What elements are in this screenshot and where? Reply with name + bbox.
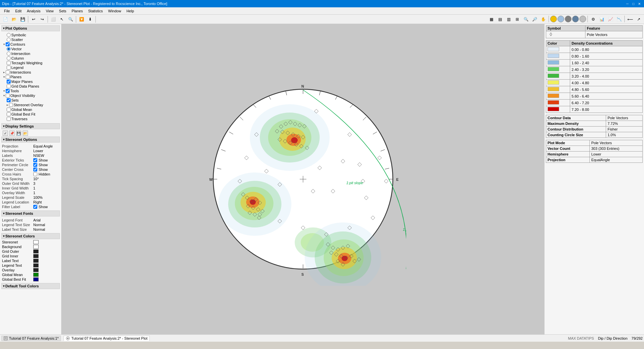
stereonet-color-box[interactable] — [33, 240, 39, 244]
planes-checkbox[interactable] — [6, 75, 10, 79]
toolbar-cursor[interactable]: ↖ — [58, 16, 66, 23]
maximize-button[interactable]: □ — [631, 1, 636, 6]
toolbar-redo[interactable]: ↪ — [38, 16, 46, 23]
toolbar-zoom-out[interactable]: 🔎 — [531, 16, 539, 23]
global-mean-color-box[interactable] — [33, 273, 39, 277]
object-visibility-item[interactable]: ▾ Object Visibility — [3, 93, 59, 98]
toolbar-filter[interactable]: 🔽 — [78, 16, 85, 23]
contours-checkbox[interactable] — [6, 42, 10, 46]
grid-outer-color-box[interactable] — [33, 249, 39, 253]
intersection-item[interactable]: Intersection — [3, 51, 59, 56]
toolbar-zoom-window[interactable]: 🔍 — [67, 16, 75, 23]
toolbar-extra1[interactable]: ⟵ — [626, 16, 634, 23]
toolbar-color5[interactable] — [579, 16, 586, 22]
grid-data-planes-checkbox[interactable] — [7, 84, 11, 88]
toolbar-settings2[interactable]: 📊 — [598, 16, 606, 23]
column-radio[interactable] — [7, 56, 11, 60]
legend-text-color-box[interactable] — [33, 263, 39, 267]
toolbar-color3[interactable] — [565, 16, 571, 22]
stereonet-overlay-checkbox[interactable] — [9, 103, 13, 107]
menu-edit[interactable]: Edit — [13, 8, 24, 14]
terzaghi-checkbox[interactable] — [7, 61, 11, 65]
toolbar-zoom-in[interactable]: 🔍 — [522, 16, 530, 23]
ds-load-btn[interactable]: 📂 — [23, 131, 28, 136]
global-best-fit-checkbox[interactable] — [7, 112, 11, 116]
menu-sets[interactable]: Sets — [56, 8, 69, 14]
traverses-item[interactable]: Traverses — [3, 117, 59, 121]
toolbar-pan[interactable]: ✋ — [539, 16, 547, 23]
symbolic-radio[interactable] — [7, 33, 11, 37]
traverses-checkbox[interactable] — [7, 117, 11, 121]
menu-help[interactable]: Help — [124, 8, 137, 14]
menu-planes[interactable]: Planes — [69, 8, 85, 14]
object-visibility-checkbox[interactable] — [6, 94, 10, 98]
toolbar-new[interactable]: 📄 — [1, 16, 9, 23]
ds-pin-btn[interactable]: 📌 — [9, 131, 15, 136]
vector-item[interactable]: Vector — [3, 47, 59, 51]
terzaghi-item[interactable]: Terzaghi Weighting — [3, 61, 59, 65]
scatter-radio[interactable] — [7, 38, 11, 42]
menu-view[interactable]: View — [43, 8, 57, 14]
menu-analysis[interactable]: Analysis — [24, 8, 43, 14]
default-tool-colors-section[interactable]: ▾ Default Tool Colors — [1, 283, 60, 289]
toolbar-settings4[interactable]: 📉 — [615, 16, 623, 23]
ds-check-btn[interactable]: ✓ — [3, 131, 8, 136]
sets-checkbox[interactable] — [7, 98, 11, 102]
tools-checkbox[interactable] — [6, 89, 10, 93]
exterior-ticks-checkbox[interactable] — [33, 158, 37, 162]
intersections-item[interactable]: ▸ Intersections — [3, 70, 59, 75]
overlay-color-box[interactable] — [33, 268, 39, 272]
display-settings-section[interactable]: ▾ Display Settings — [1, 123, 60, 129]
tab-tutorial1[interactable]: Tutorial 07 Feature Analysis:1* — [1, 336, 61, 341]
center-cross-checkbox[interactable] — [33, 168, 37, 172]
planes-item[interactable]: ▾ Planes — [3, 75, 59, 79]
intersections-checkbox[interactable] — [6, 70, 10, 74]
stereonet-overlay-item[interactable]: ▸ Stereonet Overlay — [3, 103, 59, 107]
grid-inner-color-box[interactable] — [33, 254, 39, 258]
global-best-fit-color-box[interactable] — [33, 277, 39, 281]
sets-item[interactable]: Sets — [3, 98, 59, 103]
toolbar-open[interactable]: 📂 — [10, 16, 18, 23]
legend-checkbox[interactable] — [7, 66, 11, 70]
menu-statistics[interactable]: Statistics — [85, 8, 105, 14]
menu-window[interactable]: Window — [105, 8, 124, 14]
cross-hairs-checkbox[interactable] — [33, 172, 37, 176]
global-mean-item[interactable]: Global Mean — [3, 107, 59, 112]
minimize-button[interactable]: ─ — [625, 1, 630, 6]
toolbar-settings1[interactable]: ⚙ — [589, 16, 597, 23]
global-mean-checkbox[interactable] — [7, 108, 11, 112]
intersection-radio[interactable] — [7, 52, 11, 56]
symbolic-item[interactable]: Symbolic — [3, 33, 59, 37]
toolbar-zoom-fit[interactable]: ⊞ — [513, 16, 521, 23]
toolbar-color2[interactable] — [558, 16, 564, 22]
toolbar-undo[interactable]: ↩ — [30, 16, 38, 23]
plot-options-section[interactable]: ▾ Plot Options — [1, 25, 60, 31]
stereonet-options-section[interactable]: ▾ Stereonet Options — [1, 137, 60, 143]
column-item[interactable]: Column — [3, 56, 59, 61]
toolbar-layout[interactable]: ▤ — [496, 16, 504, 23]
label-text-color-box[interactable] — [33, 259, 39, 263]
close-button[interactable]: ✕ — [637, 1, 642, 6]
background-color-box[interactable] — [33, 245, 39, 249]
menu-file[interactable]: File — [1, 8, 13, 14]
toolbar-settings3[interactable]: 📈 — [606, 16, 614, 23]
toolbar-layout2[interactable]: ▥ — [505, 16, 513, 23]
stereonet-colors-section[interactable]: ▾ Stereonet Colors — [1, 233, 60, 239]
filter-label-checkbox[interactable] — [33, 205, 37, 209]
vector-radio[interactable] — [7, 47, 11, 51]
global-best-fit-item[interactable]: Global Best Fit — [3, 112, 59, 117]
grid-data-planes-item[interactable]: Grid Data Planes — [3, 84, 59, 89]
stereonet-fonts-section[interactable]: ▾ Stereonet Fonts — [1, 210, 60, 216]
toolbar-color4[interactable] — [572, 16, 579, 22]
ds-save-btn[interactable]: 💾 — [16, 131, 21, 136]
tab-tutorial2[interactable]: Tutorial 07 Feature Analysis:2* - Stereo… — [64, 336, 150, 341]
toolbar-extra2[interactable]: ↗ — [635, 16, 643, 23]
perimeter-circle-checkbox[interactable] — [33, 163, 37, 167]
toolbar-save[interactable]: 💾 — [19, 16, 27, 23]
toolbar-select[interactable]: ⬜ — [49, 16, 57, 23]
toolbar-color1[interactable] — [550, 16, 557, 22]
tools-item[interactable]: ▾ Tools — [3, 89, 59, 93]
contours-item[interactable]: ▾ Contours — [3, 42, 59, 47]
toolbar-columns[interactable]: ▦ — [487, 16, 495, 23]
toolbar-filter2[interactable]: ⬇ — [86, 16, 94, 23]
